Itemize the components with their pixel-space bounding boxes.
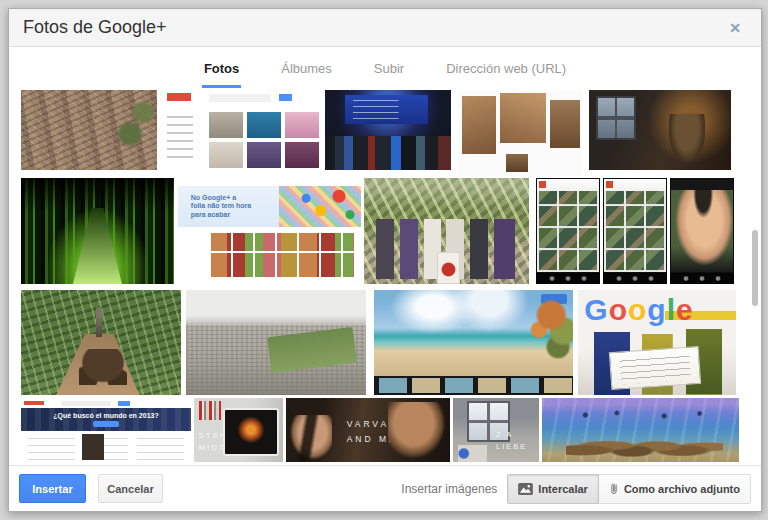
photo-overlay-text: Z A LIEBE: [496, 429, 534, 453]
photo-paris-aerial[interactable]: [186, 290, 366, 395]
dialog-footer: Insertar Cancelar Insertar imágenes Inte…: [9, 465, 761, 511]
tab-albumes[interactable]: Álbumes: [279, 53, 334, 88]
close-icon[interactable]: ✕: [723, 18, 747, 38]
tab-fotos[interactable]: Fotos: [202, 53, 241, 88]
photo-overlay-text: Google: [584, 293, 693, 327]
photo-grid[interactable]: No Google+ a folia não tem hora para aca…: [9, 88, 761, 466]
photo-overlay-text: STEN MIDT: [198, 430, 226, 454]
photo-beach-streetview[interactable]: [374, 290, 573, 395]
dialog-header: Fotos de Google+ ✕: [9, 9, 761, 47]
inline-mode-button[interactable]: Intercalar: [507, 474, 599, 504]
photo-tortoise-trekker[interactable]: [21, 290, 181, 395]
photo-datacenter[interactable]: [21, 178, 174, 284]
trends-banner: ¿Qué buscó el mundo en 2013?: [21, 408, 191, 431]
insert-mode-group: Intercalar Como archivo adjunto: [507, 474, 751, 504]
attachment-mode-button[interactable]: Como archivo adjunto: [599, 474, 751, 504]
attachment-mode-label: Como archivo adjunto: [624, 483, 740, 495]
photo-overlay-text: VARVARA AND MAR: [347, 417, 422, 448]
photo-conference-stage[interactable]: [325, 90, 451, 170]
photo-google-trends[interactable]: ¿Qué buscó el mundo en 2013?: [21, 398, 191, 462]
photo-phone-screens[interactable]: [536, 178, 734, 284]
tab-bar: Fotos Álbumes Subir Dirección web (URL): [9, 47, 761, 88]
tab-direccion-web[interactable]: Dirección web (URL): [444, 53, 568, 88]
photo-aerial-city[interactable]: [21, 90, 157, 170]
dialog-title: Fotos de Google+: [23, 17, 723, 38]
phone-screenshot: [536, 178, 600, 284]
grid-scrollbar-thumb[interactable]: [752, 230, 758, 306]
photo-google-check[interactable]: Google: [578, 290, 736, 395]
insert-button[interactable]: Insertar: [19, 474, 86, 503]
phone-screenshot: [603, 178, 667, 284]
photo-overlay-text: ¿Qué buscó el mundo en 2013?: [53, 412, 158, 419]
trekker-figure: [96, 307, 102, 337]
insert-images-label: Insertar imágenes: [401, 482, 497, 496]
inline-mode-label: Intercalar: [538, 483, 588, 495]
photo-icon: [518, 483, 533, 495]
google-plus-photos-dialog: Fotos de Google+ ✕ Fotos Álbumes Subir D…: [8, 8, 762, 512]
photo-band-collage[interactable]: [458, 90, 582, 176]
photo-team-tree[interactable]: [364, 178, 529, 284]
photo-guitarist-room[interactable]: [589, 90, 731, 170]
photo-liebe-window[interactable]: Z A LIEBE: [453, 398, 539, 462]
beach-trees: [505, 298, 573, 359]
photo-carnaval-page[interactable]: No Google+ a folia não tem hora para aca…: [178, 178, 361, 284]
photo-desk-monitor[interactable]: STEN MIDT: [194, 398, 283, 462]
cancel-button[interactable]: Cancelar: [98, 474, 163, 503]
photo-google-image-search[interactable]: [161, 90, 321, 170]
tab-subir[interactable]: Subir: [372, 53, 406, 88]
park-strip: [267, 327, 357, 373]
photo-underwater-sculptures[interactable]: [542, 398, 739, 462]
paperclip-icon: [609, 481, 619, 496]
photo-varvara-video[interactable]: VARVARA AND MAR: [286, 398, 450, 462]
photo-overlay-text: No Google+ a folia não tem hora para aca…: [191, 194, 251, 219]
phone-screenshot: [670, 178, 734, 284]
